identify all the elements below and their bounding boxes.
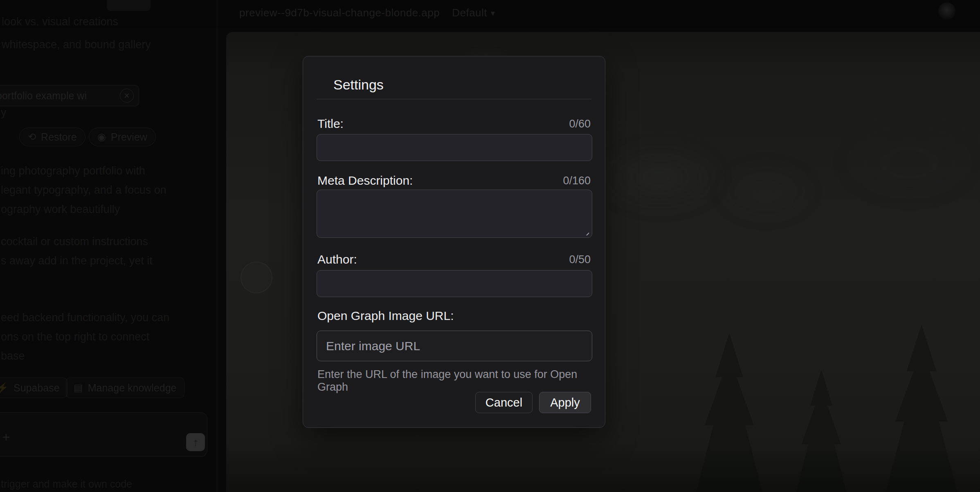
- apply-button[interactable]: Apply: [539, 392, 591, 413]
- restore-label: Restore: [41, 131, 77, 143]
- foliage-blob: [594, 142, 725, 212]
- chat-paragraph: eed backend functionality, you can ons o…: [1, 308, 169, 366]
- supabase-button[interactable]: ⚡ Supabase: [0, 378, 67, 398]
- knowledge-icon: ▤: [74, 382, 83, 394]
- author-label: Author:: [317, 253, 357, 266]
- chat-message-fragment: legant typography, and a focus on: [1, 181, 166, 200]
- og-image-url-helper: Enter the URL of the image you want to u…: [317, 368, 605, 394]
- title-counter: 0/60: [569, 118, 591, 130]
- chat-message-fragment: y: [1, 103, 7, 122]
- chat-message-fragment: ography work beautifully: [1, 200, 166, 219]
- floating-widget: [241, 262, 272, 293]
- restore-icon: ⟲: [28, 131, 36, 143]
- chat-message-fragment: look vs. visual creations: [2, 12, 118, 31]
- restore-button[interactable]: ⟲ Restore: [19, 127, 85, 146]
- foliage-blob: [717, 163, 815, 220]
- preview-button[interactable]: ◉ Preview: [89, 127, 156, 146]
- chat-message-fragment: base: [1, 347, 169, 366]
- meta-description-textarea[interactable]: [317, 190, 592, 238]
- ground-shadow: [226, 443, 980, 492]
- avatar[interactable]: [938, 2, 955, 20]
- close-icon[interactable]: ×: [120, 89, 134, 103]
- chat-composer[interactable]: + ↑: [0, 412, 207, 457]
- chat-message-fragment: ons on the top right to connect: [1, 327, 169, 347]
- dialog-divider: [317, 99, 591, 99]
- preview-url-text: preview--9d7b-visual-change-blonde.app: [239, 7, 440, 19]
- chat-paragraph: cocktail or custom instructions s away a…: [1, 232, 153, 271]
- eye-icon: ◉: [97, 131, 106, 143]
- title-label: Title:: [317, 117, 344, 131]
- chat-message-fragment: ing photography portfolio with: [1, 161, 166, 181]
- chat-message-fragment: s away add in the project, yet it: [1, 251, 153, 271]
- preview-url-bar: preview--9d7b-visual-change-blonde.app D…: [239, 7, 495, 19]
- supabase-icon: ⚡: [0, 382, 9, 394]
- settings-dialog: Settings Title: 0/60 Meta Description: 0…: [303, 56, 605, 428]
- chevron-down-icon: ▾: [491, 8, 495, 18]
- chat-footer-fragment: trigger and make it own code: [1, 478, 132, 490]
- environment-selector[interactable]: Default ▾: [452, 7, 495, 19]
- preview-label: Preview: [111, 131, 147, 143]
- chat-panel: look vs. visual creations whitespace, an…: [0, 0, 217, 492]
- og-image-url-label: Open Graph Image URL:: [317, 309, 454, 323]
- manage-knowledge-button[interactable]: ▤ Manage knowledge: [66, 378, 184, 398]
- send-button[interactable]: ↑: [186, 433, 205, 451]
- attachment-chip-label: portfolio example wi: [0, 90, 116, 102]
- plus-icon[interactable]: +: [2, 429, 10, 445]
- cancel-button[interactable]: Cancel: [475, 392, 533, 413]
- chat-paragraph: ing photography portfolio with legant ty…: [1, 161, 166, 219]
- supabase-label: Supabase: [13, 382, 60, 394]
- chat-message-fragment: eed backend functionality, you can: [1, 308, 169, 327]
- arrow-up-icon: ↑: [193, 436, 198, 449]
- environment-label: Default: [452, 7, 487, 19]
- attachment-chip[interactable]: portfolio example wi ×: [0, 85, 139, 106]
- title-input[interactable]: [317, 134, 592, 161]
- chat-message-fragment: cocktail or custom instructions: [1, 232, 153, 251]
- foliage-blob: [840, 126, 979, 199]
- author-input[interactable]: [317, 270, 592, 297]
- meta-description-counter: 0/160: [563, 174, 591, 187]
- dialog-title: Settings: [333, 77, 384, 93]
- manage-knowledge-label: Manage knowledge: [88, 382, 177, 394]
- panel-divider: [217, 0, 217, 492]
- meta-description-label: Meta Description:: [317, 174, 413, 188]
- chat-message-fragment: whitespace, and bound gallery: [2, 35, 151, 54]
- author-counter: 0/50: [569, 253, 591, 266]
- og-image-url-input[interactable]: [317, 331, 592, 361]
